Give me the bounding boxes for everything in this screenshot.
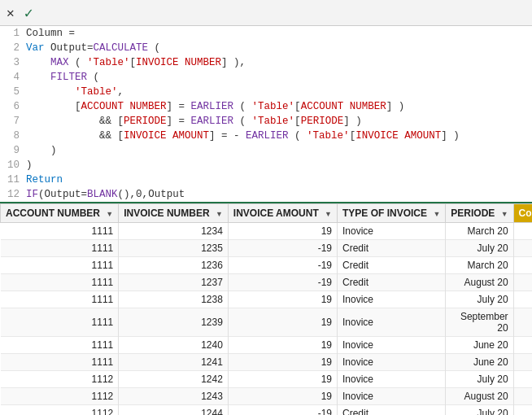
column-header-type-of-invoice[interactable]: TYPE OF INVOICE ▼ <box>338 204 446 223</box>
table-cell: 1242 <box>119 371 229 388</box>
table-cell: 1242 <box>513 405 532 416</box>
confirm-icon[interactable]: ✓ <box>24 4 33 22</box>
table-cell: 1236 <box>513 223 532 240</box>
line-number: 7 <box>3 114 20 129</box>
filter-button[interactable]: ▼ <box>501 210 508 218</box>
table-row: 1111123919InoviceSeptember 200 <box>1 308 533 337</box>
table-cell: 1111 <box>1 337 119 354</box>
table-cell: 1238 <box>513 240 532 257</box>
code-line: 8 && [INVOICE AMOUNT] = - EARLIER ( 'Tab… <box>0 129 532 143</box>
table-cell: 1243 <box>119 388 229 405</box>
table-row: 11111236-19CreditMarch 201234 <box>1 257 533 274</box>
table-cell: 1111 <box>1 257 119 274</box>
table-cell: Credit <box>338 405 446 416</box>
column-header-invoice-amount[interactable]: INVOICE AMOUNT ▼ <box>228 204 337 223</box>
table-cell: 1245 <box>513 388 532 405</box>
table-row: 11111235-19CreditJuly 201238 <box>1 240 533 257</box>
table-cell: Inovice <box>338 223 446 240</box>
line-number: 3 <box>3 55 20 70</box>
line-number: 8 <box>3 129 20 143</box>
line-content: && [INVOICE AMOUNT] = - EARLIER ( 'Table… <box>26 129 529 143</box>
table-cell: 1111 <box>1 274 119 291</box>
table-cell: 0 <box>513 308 532 337</box>
filter-button[interactable]: ▼ <box>106 210 113 218</box>
column-header-column[interactable]: Column ▼ <box>513 204 532 223</box>
table-cell: September 20 <box>446 308 513 337</box>
table-cell: 1111 <box>1 354 119 371</box>
table-cell: 1244 <box>119 405 229 416</box>
code-line: 1Column = <box>0 26 532 41</box>
code-line: 6 [ACCOUNT NUMBER] = EARLIER ( 'Table'[A… <box>0 99 532 114</box>
line-content: 'Table', <box>26 85 529 99</box>
line-number: 4 <box>3 70 20 85</box>
code-editor: 1Column = 2Var Output=CALCULATE (3 MAX (… <box>0 26 532 203</box>
code-line: 2Var Output=CALCULATE ( <box>0 41 532 55</box>
table-cell: 0 <box>513 274 532 291</box>
table-cell: August 20 <box>446 274 513 291</box>
table-cell: -19 <box>228 240 337 257</box>
filter-button[interactable]: ▼ <box>216 210 223 218</box>
filter-button[interactable]: ▼ <box>325 210 332 218</box>
table-cell: July 20 <box>446 371 513 388</box>
column-header-periode[interactable]: PERIODE ▼ <box>446 204 513 223</box>
column-header-invoice-number[interactable]: INVOICE NUMBER ▼ <box>119 204 229 223</box>
line-number: 9 <box>3 143 20 158</box>
toolbar: ✕ ✓ <box>0 0 532 26</box>
code-line: 3 MAX ( 'Table'[INVOICE NUMBER] ), <box>0 55 532 70</box>
code-line: 11Return <box>0 173 532 187</box>
table-cell: March 20 <box>446 257 513 274</box>
table-cell: 1239 <box>119 308 229 337</box>
table-cell: 1112 <box>1 388 119 405</box>
table-cell: 1112 <box>1 371 119 388</box>
line-content: Return <box>26 173 529 187</box>
table-cell: July 20 <box>446 405 513 416</box>
line-content: MAX ( 'Table'[INVOICE NUMBER] ), <box>26 55 529 70</box>
table-cell: July 20 <box>446 240 513 257</box>
code-line: 12IF(Output=BLANK(),0,Output <box>0 187 532 202</box>
table-cell: 0 <box>513 354 532 371</box>
table-cell: 1240 <box>119 337 229 354</box>
table-row: 11111237-19CreditAugust 200 <box>1 274 533 291</box>
line-content: IF(Output=BLANK(),0,Output <box>26 187 529 202</box>
table-cell: 19 <box>228 223 337 240</box>
table-cell: 19 <box>228 388 337 405</box>
line-number: 10 <box>3 158 20 173</box>
table-cell: Credit <box>338 257 446 274</box>
table-cell: 0 <box>513 337 532 354</box>
table-cell: Inovice <box>338 308 446 337</box>
table-cell: Inovice <box>338 291 446 308</box>
line-content: FILTER ( <box>26 70 529 85</box>
table-row: 1111123419InoviceMarch 201236 <box>1 223 533 240</box>
table-cell: 19 <box>228 337 337 354</box>
line-content: [ACCOUNT NUMBER] = EARLIER ( 'Table'[ACC… <box>26 99 529 114</box>
table-row: 1111124119InoviceJune 200 <box>1 354 533 371</box>
line-number: 5 <box>3 85 20 99</box>
line-content: ) <box>26 158 529 173</box>
line-number: 2 <box>3 41 20 55</box>
table-cell: 1234 <box>119 223 229 240</box>
table-cell: Credit <box>338 274 446 291</box>
table-cell: 19 <box>228 371 337 388</box>
code-line: 4 FILTER ( <box>0 70 532 85</box>
column-header-account-number[interactable]: ACCOUNT NUMBER ▼ <box>1 204 119 223</box>
table-row: 1112124219InoviceJuly 201244 <box>1 371 533 388</box>
code-line: 5 'Table', <box>0 85 532 99</box>
table-row: 1111123819InoviceJuly 201235 <box>1 291 533 308</box>
table-cell: -19 <box>228 274 337 291</box>
table-cell: 1235 <box>513 291 532 308</box>
table-cell: June 20 <box>446 337 513 354</box>
data-table: ACCOUNT NUMBER ▼INVOICE NUMBER ▼INVOICE … <box>0 203 532 415</box>
table-cell: 1111 <box>1 223 119 240</box>
table-cell: Inovice <box>338 354 446 371</box>
table-cell: 1111 <box>1 240 119 257</box>
table-cell: Inovice <box>338 388 446 405</box>
line-number: 1 <box>3 26 20 41</box>
table-cell: 1111 <box>1 308 119 337</box>
table-cell: 1238 <box>119 291 229 308</box>
table-cell: 1111 <box>1 291 119 308</box>
code-line: 7 && [PERIODE] = EARLIER ( 'Table'[PERIO… <box>0 114 532 129</box>
cancel-icon[interactable]: ✕ <box>7 5 15 21</box>
line-number: 12 <box>3 187 20 202</box>
data-table-wrapper[interactable]: ACCOUNT NUMBER ▼INVOICE NUMBER ▼INVOICE … <box>0 203 532 415</box>
filter-button[interactable]: ▼ <box>433 210 440 218</box>
